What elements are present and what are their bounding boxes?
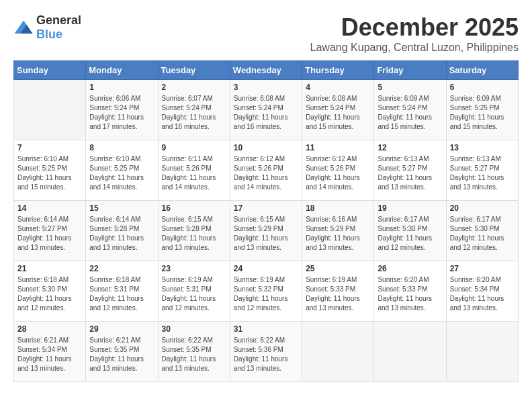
calendar-cell: 7Sunrise: 6:10 AM Sunset: 5:25 PM Daylig… [14,140,86,201]
day-number: 14 [17,203,82,213]
cell-info: Sunrise: 6:14 AM Sunset: 5:27 PM Dayligh… [17,215,82,253]
day-number: 8 [89,143,154,152]
calendar-cell: 31Sunrise: 6:22 AM Sunset: 5:36 PM Dayli… [230,322,302,382]
calendar-cell: 2Sunrise: 6:07 AM Sunset: 5:24 PM Daylig… [158,80,230,140]
cell-info: Sunrise: 6:08 AM Sunset: 5:24 PM Dayligh… [306,94,370,132]
day-number: 15 [89,203,154,213]
cell-info: Sunrise: 6:12 AM Sunset: 5:26 PM Dayligh… [306,154,370,192]
calendar-cell: 29Sunrise: 6:21 AM Sunset: 5:35 PM Dayli… [86,322,158,382]
calendar-cell: 28Sunrise: 6:21 AM Sunset: 5:34 PM Dayli… [14,322,86,382]
day-number: 31 [234,324,298,334]
day-number: 10 [234,143,298,152]
day-number: 19 [378,203,442,213]
day-number: 16 [162,203,226,213]
day-number: 13 [450,143,515,152]
calendar-cell: 10Sunrise: 6:12 AM Sunset: 5:26 PM Dayli… [230,140,302,201]
day-number: 7 [17,143,82,152]
cell-info: Sunrise: 6:19 AM Sunset: 5:31 PM Dayligh… [162,275,226,313]
calendar-cell: 15Sunrise: 6:14 AM Sunset: 5:28 PM Dayli… [86,201,158,261]
logo-icon [13,19,34,36]
logo-general: General [36,13,81,27]
cell-info: Sunrise: 6:13 AM Sunset: 5:27 PM Dayligh… [450,154,515,192]
cell-info: Sunrise: 6:11 AM Sunset: 5:26 PM Dayligh… [162,154,226,192]
cell-info: Sunrise: 6:17 AM Sunset: 5:30 PM Dayligh… [378,215,442,253]
cell-info: Sunrise: 6:18 AM Sunset: 5:31 PM Dayligh… [89,275,154,313]
day-number: 24 [234,264,298,273]
day-number: 26 [378,264,442,273]
cell-info: Sunrise: 6:22 AM Sunset: 5:36 PM Dayligh… [234,336,298,373]
calendar-cell [446,322,518,382]
logo-blue: Blue [36,28,62,41]
cell-info: Sunrise: 6:21 AM Sunset: 5:34 PM Dayligh… [17,336,82,373]
calendar-header: SundayMondayTuesdayWednesdayThursdayFrid… [14,61,519,80]
day-number: 2 [162,83,226,92]
week-row-2: 14Sunrise: 6:14 AM Sunset: 5:27 PM Dayli… [14,201,519,261]
calendar-cell: 17Sunrise: 6:15 AM Sunset: 5:29 PM Dayli… [230,201,302,261]
day-number: 20 [450,203,515,213]
day-number: 30 [162,324,226,334]
cell-info: Sunrise: 6:13 AM Sunset: 5:27 PM Dayligh… [378,154,442,192]
header-cell-saturday: Saturday [446,61,518,80]
cell-info: Sunrise: 6:08 AM Sunset: 5:24 PM Dayligh… [234,94,298,132]
cell-info: Sunrise: 6:19 AM Sunset: 5:33 PM Dayligh… [306,275,370,313]
calendar-cell: 24Sunrise: 6:19 AM Sunset: 5:32 PM Dayli… [230,261,302,322]
header-cell-friday: Friday [374,61,446,80]
calendar-cell: 20Sunrise: 6:17 AM Sunset: 5:30 PM Dayli… [446,201,518,261]
week-row-1: 7Sunrise: 6:10 AM Sunset: 5:25 PM Daylig… [14,140,519,201]
day-number: 5 [378,83,442,92]
cell-info: Sunrise: 6:14 AM Sunset: 5:28 PM Dayligh… [89,215,154,253]
day-number: 23 [162,264,226,273]
calendar-cell [374,322,446,382]
header: General Blue December 2025 Lawang Kupang… [13,13,519,54]
day-number: 3 [234,83,298,92]
logo-text: General Blue [36,13,81,42]
header-cell-monday: Monday [86,61,158,80]
cell-info: Sunrise: 6:22 AM Sunset: 5:35 PM Dayligh… [162,336,226,373]
day-number: 18 [306,203,370,213]
day-number: 1 [89,83,154,92]
cell-info: Sunrise: 6:06 AM Sunset: 5:24 PM Dayligh… [89,94,154,132]
cell-info: Sunrise: 6:07 AM Sunset: 5:24 PM Dayligh… [162,94,226,132]
cell-info: Sunrise: 6:12 AM Sunset: 5:26 PM Dayligh… [234,154,298,192]
calendar-cell: 18Sunrise: 6:16 AM Sunset: 5:29 PM Dayli… [302,201,374,261]
day-number: 4 [306,83,370,92]
calendar-cell: 30Sunrise: 6:22 AM Sunset: 5:35 PM Dayli… [158,322,230,382]
calendar-cell: 21Sunrise: 6:18 AM Sunset: 5:30 PM Dayli… [14,261,86,322]
title-area: December 2025 Lawang Kupang, Central Luz… [310,13,519,54]
cell-info: Sunrise: 6:21 AM Sunset: 5:35 PM Dayligh… [89,336,154,373]
day-number: 17 [234,203,298,213]
cell-info: Sunrise: 6:15 AM Sunset: 5:28 PM Dayligh… [162,215,226,253]
day-number: 27 [450,264,515,273]
header-cell-wednesday: Wednesday [230,61,302,80]
calendar-cell: 4Sunrise: 6:08 AM Sunset: 5:24 PM Daylig… [302,80,374,140]
location-title: Lawang Kupang, Central Luzon, Philippine… [310,42,519,54]
day-number: 9 [162,143,226,152]
cell-info: Sunrise: 6:19 AM Sunset: 5:32 PM Dayligh… [234,275,298,313]
calendar-cell: 26Sunrise: 6:20 AM Sunset: 5:33 PM Dayli… [374,261,446,322]
calendar-cell: 25Sunrise: 6:19 AM Sunset: 5:33 PM Dayli… [302,261,374,322]
calendar-cell: 27Sunrise: 6:20 AM Sunset: 5:34 PM Dayli… [446,261,518,322]
header-cell-sunday: Sunday [14,61,86,80]
calendar-table: SundayMondayTuesdayWednesdayThursdayFrid… [13,60,519,382]
cell-info: Sunrise: 6:18 AM Sunset: 5:30 PM Dayligh… [17,275,82,313]
header-cell-thursday: Thursday [302,61,374,80]
week-row-4: 28Sunrise: 6:21 AM Sunset: 5:34 PM Dayli… [14,322,519,382]
calendar-cell: 14Sunrise: 6:14 AM Sunset: 5:27 PM Dayli… [14,201,86,261]
calendar-cell: 11Sunrise: 6:12 AM Sunset: 5:26 PM Dayli… [302,140,374,201]
cell-info: Sunrise: 6:10 AM Sunset: 5:25 PM Dayligh… [89,154,154,192]
calendar-cell: 13Sunrise: 6:13 AM Sunset: 5:27 PM Dayli… [446,140,518,201]
day-number: 11 [306,143,370,152]
cell-info: Sunrise: 6:17 AM Sunset: 5:30 PM Dayligh… [450,215,515,253]
calendar-cell: 16Sunrise: 6:15 AM Sunset: 5:28 PM Dayli… [158,201,230,261]
day-number: 25 [306,264,370,273]
cell-info: Sunrise: 6:09 AM Sunset: 5:24 PM Dayligh… [378,94,442,132]
calendar-cell [14,80,86,140]
week-row-0: 1Sunrise: 6:06 AM Sunset: 5:24 PM Daylig… [14,80,519,140]
cell-info: Sunrise: 6:10 AM Sunset: 5:25 PM Dayligh… [17,154,82,192]
day-number: 6 [450,83,515,92]
day-number: 22 [89,264,154,273]
week-row-3: 21Sunrise: 6:18 AM Sunset: 5:30 PM Dayli… [14,261,519,322]
cell-info: Sunrise: 6:16 AM Sunset: 5:29 PM Dayligh… [306,215,370,253]
month-title: December 2025 [310,13,519,42]
cell-info: Sunrise: 6:20 AM Sunset: 5:33 PM Dayligh… [378,275,442,313]
